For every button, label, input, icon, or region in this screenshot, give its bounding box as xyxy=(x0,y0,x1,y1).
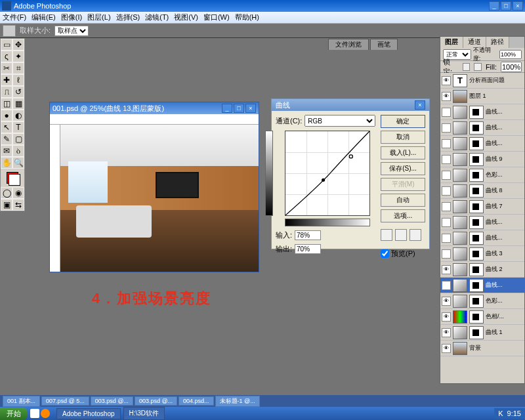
eraser-tool-icon[interactable]: ◫ xyxy=(1,98,12,110)
sample-size-select[interactable]: 取样点 xyxy=(54,26,89,36)
tray-icon[interactable]: K xyxy=(498,410,503,417)
start-button[interactable]: 开始 xyxy=(0,408,28,420)
taskbar-item[interactable]: H:\3D软件 xyxy=(123,407,165,420)
white-point-icon[interactable] xyxy=(410,229,421,241)
visibility-icon[interactable]: 👁 xyxy=(442,92,451,101)
doc-minimize-button[interactable]: _ xyxy=(222,104,232,113)
layer-row[interactable]: 👁色彩... xyxy=(440,293,524,309)
menu-window[interactable]: 窗口(W) xyxy=(203,12,230,22)
layer-thumb[interactable]: T xyxy=(453,74,467,87)
pen-tool-icon[interactable]: ✎ xyxy=(1,133,12,145)
visibility-icon[interactable]: 👁 xyxy=(442,344,451,353)
layer-row[interactable]: 曲线... xyxy=(440,120,524,136)
maximize-button[interactable]: □ xyxy=(501,1,511,10)
type-tool-icon[interactable]: T xyxy=(12,121,24,133)
layer-row[interactable]: 👁曲线... xyxy=(440,278,524,293)
quickmask-on-icon[interactable]: ◉ xyxy=(12,187,24,199)
lasso-tool-icon[interactable]: ς xyxy=(1,51,12,62)
visibility-icon[interactable] xyxy=(442,186,451,196)
crop-tool-icon[interactable]: ✂ xyxy=(1,62,12,74)
visibility-icon[interactable] xyxy=(442,202,451,211)
eyedropper-tool-icon[interactable] xyxy=(3,25,16,37)
background-color[interactable] xyxy=(9,174,20,186)
mask-thumb[interactable] xyxy=(469,184,484,198)
save-button[interactable]: 保存(S)... xyxy=(381,162,425,175)
doc-tab[interactable]: 007.psd @ 5... xyxy=(41,396,89,406)
black-point-icon[interactable] xyxy=(381,229,392,241)
mask-thumb[interactable] xyxy=(469,169,484,182)
marquee-tool-icon[interactable]: ▭ xyxy=(1,39,12,51)
mask-thumb[interactable] xyxy=(469,200,484,213)
tab-brushes[interactable]: 画笔 xyxy=(370,39,398,50)
visibility-icon[interactable]: 👁 xyxy=(442,328,451,337)
notes-tool-icon[interactable]: ✉ xyxy=(1,145,12,157)
auto-button[interactable]: 自动 xyxy=(381,194,425,207)
layer-row[interactable]: 曲线... xyxy=(440,215,524,230)
path-tool-icon[interactable]: ↖ xyxy=(1,121,12,133)
visibility-icon[interactable]: 👁 xyxy=(442,312,451,322)
doc-tab[interactable]: 003.psd @... xyxy=(91,396,133,406)
tab-file-browser[interactable]: 文件浏览 xyxy=(328,39,369,50)
heal-tool-icon[interactable]: ✚ xyxy=(1,74,12,86)
dodge-tool-icon[interactable]: ◐ xyxy=(12,110,24,121)
layer-thumb[interactable] xyxy=(453,295,467,308)
taskbar-item[interactable]: Adobe Photoshop xyxy=(56,408,121,419)
hand-tool-icon[interactable]: ✋ xyxy=(1,157,12,169)
menu-edit[interactable]: 编辑(E) xyxy=(32,12,56,22)
layer-row[interactable]: 曲线 7 xyxy=(440,199,524,215)
color-swatch[interactable] xyxy=(1,169,24,187)
layer-thumb[interactable] xyxy=(453,310,467,324)
layer-row[interactable]: 👁背景 xyxy=(440,341,524,356)
visibility-icon[interactable] xyxy=(442,123,451,133)
layer-thumb[interactable] xyxy=(453,106,467,119)
layer-row[interactable]: 曲线 8 xyxy=(440,183,524,199)
screen-mode-icon[interactable]: ▣ xyxy=(1,199,12,211)
visibility-icon[interactable]: 👁 xyxy=(442,281,451,290)
layer-thumb[interactable] xyxy=(453,326,467,339)
move-tool-icon[interactable]: ✥ xyxy=(12,39,24,51)
doc-tab[interactable]: 004.psd... xyxy=(178,396,214,406)
zoom-tool-icon[interactable]: 🔍 xyxy=(12,157,24,169)
layer-thumb[interactable] xyxy=(453,153,467,166)
layer-row[interactable]: 👁色相/... xyxy=(440,309,524,325)
doc-close-button[interactable]: × xyxy=(245,104,256,113)
mask-thumb[interactable] xyxy=(469,121,484,135)
lock-pixels-icon[interactable] xyxy=(463,63,471,71)
opacity-input[interactable] xyxy=(499,50,522,59)
slice-tool-icon[interactable]: ⌗ xyxy=(12,62,24,74)
visibility-icon[interactable] xyxy=(442,155,451,164)
cancel-button[interactable]: 取消 xyxy=(381,131,425,144)
layer-thumb[interactable] xyxy=(453,247,467,261)
gray-point-icon[interactable] xyxy=(395,229,407,241)
curves-grid[interactable] xyxy=(285,131,370,216)
quicklaunch-icon[interactable] xyxy=(41,409,50,418)
mask-thumb[interactable] xyxy=(469,216,484,229)
layer-thumb[interactable] xyxy=(453,200,467,213)
mask-thumb[interactable] xyxy=(469,326,484,339)
blur-tool-icon[interactable]: ● xyxy=(1,110,12,121)
menu-layer[interactable]: 图层(L) xyxy=(87,12,110,22)
layer-row[interactable]: 曲线... xyxy=(440,230,524,246)
layer-row[interactable]: 曲线 9 xyxy=(440,152,524,167)
visibility-icon[interactable] xyxy=(442,234,451,243)
doc-maximize-button[interactable]: □ xyxy=(234,104,244,113)
visibility-icon[interactable] xyxy=(442,171,451,180)
layer-thumb[interactable] xyxy=(453,169,467,182)
layer-row[interactable]: 曲线... xyxy=(440,136,524,152)
mask-thumb[interactable] xyxy=(469,295,484,308)
close-button[interactable]: × xyxy=(513,1,523,10)
shape-tool-icon[interactable]: ▢ xyxy=(12,133,24,145)
document-titlebar[interactable]: 001.psd @ 25%(曲线 13,图层蒙版) _ □ × xyxy=(50,102,259,114)
load-button[interactable]: 载入(L)... xyxy=(381,146,425,159)
eyedropper-icon[interactable]: ꝺ xyxy=(12,145,24,157)
layer-row[interactable]: 曲线 3 xyxy=(440,246,524,262)
layer-thumb[interactable] xyxy=(453,279,467,292)
wand-tool-icon[interactable]: ✦ xyxy=(12,51,24,62)
layer-row[interactable]: 曲线... xyxy=(440,104,524,120)
canvas[interactable] xyxy=(60,125,259,272)
layer-thumb[interactable] xyxy=(453,184,467,198)
visibility-icon[interactable]: 👁 xyxy=(442,297,451,306)
input-field[interactable] xyxy=(295,230,321,240)
layer-thumb[interactable] xyxy=(453,121,467,135)
brush-tool-icon[interactable]: ℓ xyxy=(12,74,24,86)
